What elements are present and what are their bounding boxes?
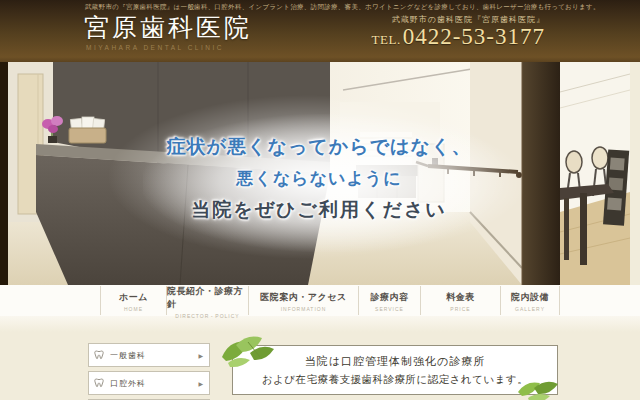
chevron-right-icon: ▶: [198, 352, 203, 359]
site-header: 武蔵野市の『宮原歯科医院』は一般歯科、口腔外科、インプラント治療、訪問診療、審美…: [0, 0, 640, 62]
tooth-icon: [94, 350, 104, 360]
nav-label: 料金表: [446, 291, 475, 304]
phone-prefix: TEL.: [372, 32, 401, 48]
nav-sublabel: INFORMATION: [281, 306, 327, 312]
sidebar-item-oral-surgery[interactable]: 口腔外科 ▶: [88, 371, 210, 395]
nav-label: ホーム: [119, 291, 148, 304]
nav-sublabel: PRICE: [450, 306, 470, 312]
page: 武蔵野市の『宮原歯科医院』は一般歯科、口腔外科、インプラント治療、訪問診療、審美…: [0, 0, 640, 400]
certification-notice: 当院は口腔管理体制強化の診療所 および在宅療養支援歯科診療所に認定されています。: [232, 345, 558, 395]
nav-label: 院内設備: [511, 291, 549, 304]
nav-label: 診療内容: [371, 291, 409, 304]
hero-catch-line-3: 当院をぜひご利用ください: [8, 197, 630, 223]
hero-catch-line-1: 症状が悪くなってからではなく、: [8, 134, 630, 160]
nav-item-director-policy[interactable]: 院長紹介・診療方針 DIRECTOR・POLICY: [166, 286, 248, 315]
nav-sublabel: GALLERY: [515, 306, 545, 312]
sidebar-item-label: 一般歯科: [110, 350, 198, 361]
nav-bottom-fade: [0, 316, 640, 332]
main-navigation: ホーム HOME 院長紹介・診療方針 DIRECTOR・POLICY 医院案内・…: [100, 286, 560, 315]
nav-item-service[interactable]: 診療内容 SERVICE: [358, 286, 420, 315]
sidebar-item-general-dentistry[interactable]: 一般歯科 ▶: [88, 343, 210, 367]
notice-line-1: 当院は口腔管理体制強化の診療所: [233, 354, 557, 369]
nav-item-information-access[interactable]: 医院案内・アクセス INFORMATION: [248, 286, 358, 315]
notice-line-2: および在宅療養支援歯科診療所に認定されています。: [233, 373, 557, 387]
nav-sublabel: SERVICE: [375, 306, 404, 312]
site-logo-subtitle: MIYAHARA DENTAL CLINIC: [86, 44, 224, 51]
phone-number[interactable]: TEL. 0422-53-3177: [372, 24, 545, 50]
nav-sublabel: DIRECTOR・POLICY: [175, 313, 239, 319]
nav-item-price[interactable]: 料金表 PRICE: [420, 286, 500, 315]
sidebar-item-label: 口腔外科: [110, 378, 198, 389]
nav-item-gallery[interactable]: 院内設備 GALLERY: [500, 286, 560, 315]
site-logo[interactable]: 宮原歯科医院: [84, 11, 252, 44]
hero-catchcopy: 症状が悪くなってからではなく、 悪くならないように 当院をぜひご利用ください: [8, 134, 630, 223]
tooth-icon: [94, 378, 104, 388]
nav-label: 医院案内・アクセス: [260, 291, 346, 304]
nav-item-home[interactable]: ホーム HOME: [100, 286, 166, 315]
hero-catch-line-2: 悪くならないように: [8, 167, 630, 190]
phone-digits: 0422-53-3177: [403, 24, 545, 50]
page-background-strip: [0, 62, 8, 285]
hero-banner-photo: 症状が悪くなってからではなく、 悪くならないように 当院をぜひご利用ください: [8, 62, 630, 285]
chevron-right-icon: ▶: [198, 380, 203, 387]
nav-label: 院長紹介・診療方針: [167, 285, 248, 311]
nav-sublabel: HOME: [124, 306, 143, 312]
